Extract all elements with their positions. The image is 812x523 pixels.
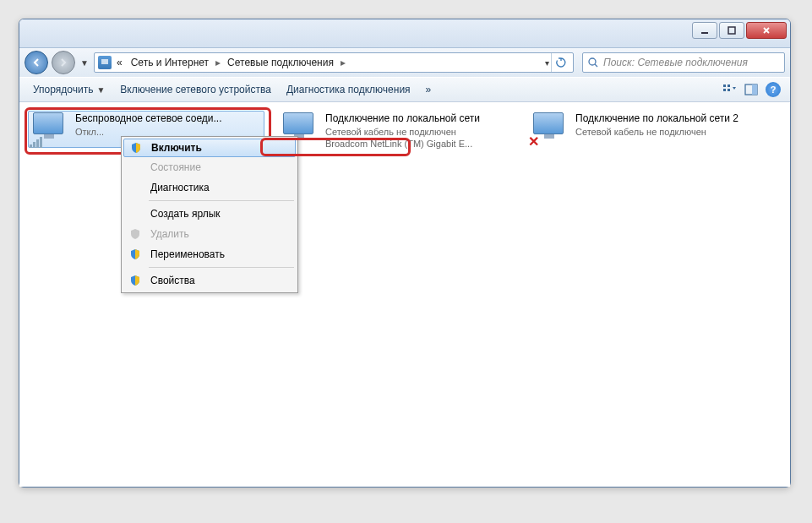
menu-label: Включить	[151, 142, 202, 154]
shield-icon	[127, 226, 144, 242]
titlebar	[19, 19, 790, 48]
organize-label: Упорядочить	[33, 84, 93, 95]
connection-text: Подключение по локальной сети 2 Сетевой …	[575, 112, 763, 138]
search-placeholder: Поиск: Сетевые подключения	[600, 57, 781, 68]
nav-history-dropdown[interactable]: ▼	[79, 51, 90, 74]
maximize-button[interactable]	[719, 22, 744, 39]
preview-pane-button[interactable]	[741, 79, 761, 100]
search-icon	[586, 56, 600, 69]
organize-button[interactable]: Упорядочить ▼	[26, 81, 112, 98]
chevron-right-icon[interactable]: ▸	[214, 57, 222, 68]
breadcrumb-level2[interactable]: Сетевые подключения	[224, 57, 337, 68]
address-dropdown-icon[interactable]: ▾	[545, 58, 549, 68]
minimize-button[interactable]	[692, 22, 717, 39]
connection-title: Подключение по локальной сети	[325, 112, 513, 126]
network-connection-item[interactable]: ✕ Подключение по локальной сети 2 Сетево…	[528, 111, 765, 148]
wifi-adapter-icon	[30, 112, 70, 146]
connection-text: Подключение по локальной сети Сетевой ка…	[325, 112, 513, 150]
enable-device-button[interactable]: Включение сетевого устройства	[113, 81, 278, 98]
connection-text: Беспроводное сетевое соеди... Откл...	[75, 112, 263, 138]
content-area: Беспроводное сетевое соеди... Откл... ✕ …	[19, 102, 790, 487]
network-center-icon	[98, 56, 112, 69]
network-connection-item[interactable]: ✕ Подключение по локальной сети Сетевой …	[278, 111, 515, 151]
connection-title: Беспроводное сетевое соеди...	[75, 112, 263, 126]
svg-rect-1	[728, 27, 735, 34]
explorer-window: ▼ « Сеть и Интернет ▸ Сетевые подключени…	[19, 19, 791, 488]
menu-label: Переименовать	[150, 248, 225, 260]
toolbar: Упорядочить ▼ Включение сетевого устройс…	[19, 77, 790, 102]
shield-icon	[127, 246, 144, 263]
connection-title: Подключение по локальной сети 2	[575, 112, 763, 126]
connection-adapter: Broadcom NetLink (TM) Gigabit E...	[325, 138, 513, 150]
menu-separator	[149, 200, 294, 201]
connection-status: Сетевой кабель не подключен	[325, 126, 513, 138]
menu-item-properties[interactable]: Свойства	[123, 270, 296, 291]
menu-item-status: Состояние	[123, 157, 296, 177]
menu-item-rename[interactable]: Переименовать	[123, 244, 296, 264]
overflow-label: »	[426, 84, 432, 95]
chevron-right-icon[interactable]: ▸	[339, 57, 347, 68]
diagnose-label: Диагностика подключения	[286, 84, 411, 95]
diagnose-button[interactable]: Диагностика подключения	[280, 81, 417, 98]
shield-icon	[128, 139, 144, 156]
menu-item-shortcut[interactable]: Создать ярлык	[123, 204, 296, 224]
menu-item-diagnostics[interactable]: Диагностика	[123, 177, 296, 198]
svg-rect-9	[752, 84, 757, 95]
menu-separator	[149, 267, 294, 268]
menu-label: Свойства	[150, 275, 195, 286]
svg-rect-4	[723, 84, 726, 87]
forward-button[interactable]	[52, 51, 75, 74]
shield-icon	[127, 272, 144, 289]
close-button[interactable]	[746, 22, 787, 39]
menu-label: Удалить	[150, 228, 189, 240]
help-icon: ?	[766, 82, 781, 97]
menu-label: Состояние	[150, 161, 201, 173]
toolbar-overflow[interactable]: »	[419, 81, 439, 98]
menu-item-enable[interactable]: Включить	[123, 139, 296, 157]
svg-rect-0	[701, 32, 708, 34]
disconnected-x-icon: ✕	[528, 133, 539, 150]
svg-rect-5	[728, 84, 730, 87]
connection-status: Сетевой кабель не подключен	[575, 126, 763, 138]
breadcrumb-level1[interactable]: Сеть и Интернет	[128, 57, 212, 68]
menu-label: Создать ярлык	[150, 208, 221, 220]
svg-rect-2	[101, 59, 108, 64]
menu-item-delete: Удалить	[123, 224, 296, 244]
enable-device-label: Включение сетевого устройства	[120, 84, 271, 95]
svg-rect-7	[728, 89, 730, 91]
breadcrumb-prefix: «	[113, 57, 126, 68]
navbar: ▼ « Сеть и Интернет ▸ Сетевые подключени…	[19, 48, 790, 77]
lan-adapter-icon: ✕	[530, 112, 570, 146]
back-button[interactable]	[25, 51, 48, 74]
svg-rect-6	[723, 89, 726, 91]
search-box[interactable]: Поиск: Сетевые подключения	[582, 52, 785, 73]
menu-label: Диагностика	[150, 182, 210, 193]
view-options-button[interactable]	[719, 79, 739, 100]
help-button[interactable]: ?	[763, 79, 783, 100]
context-menu: Включить Состояние Диагностика Создать я…	[121, 136, 298, 293]
address-bar[interactable]: « Сеть и Интернет ▸ Сетевые подключения …	[94, 52, 574, 73]
refresh-button[interactable]	[551, 53, 569, 72]
svg-point-3	[589, 58, 596, 65]
